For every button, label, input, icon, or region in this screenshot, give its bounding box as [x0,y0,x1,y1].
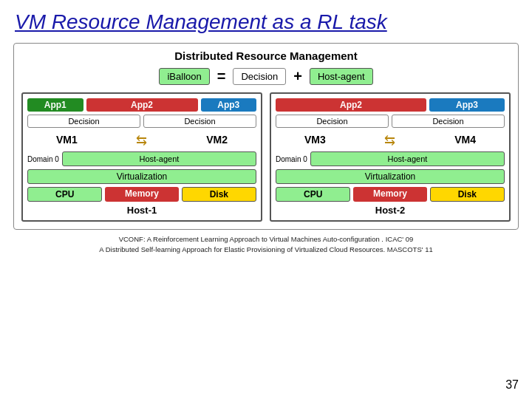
host1-vm1-label: VM1 [56,134,78,146]
footnote-line1: VCONF: A Reinforcement Learning Approach… [0,234,532,245]
host2-resources: CPU Memory Disk [276,187,505,202]
formula-hostagent: Host-agent [310,68,373,85]
host1-apps-row: App1 App2 App3 [27,98,256,112]
host1-memory: Memory [105,187,178,202]
host1-vm1-unit: Decision [27,115,140,129]
host2-vms-row: Decision Decision [276,115,505,129]
formula-decision: Decision [233,68,286,85]
host2-hostagent: Host-agent [310,151,505,166]
host2-vm4-unit: Decision [392,115,505,129]
host1-box: App1 App2 App3 Decision Decision VM1 ⇆ V… [21,92,262,222]
host1-app2: App2 [86,98,198,112]
host2-arrow1: ⇆ [384,132,395,149]
host1-decision1: Decision [27,115,140,128]
footnote: VCONF: A Reinforcement Learning Approach… [0,234,532,256]
host2-decision1: Decision [276,115,389,128]
host1-vm2-label: VM2 [206,134,228,146]
host2-vm3-label: VM3 [304,134,326,146]
main-container: Distributed Resource Management iBalloon… [13,43,519,230]
footnote-line2: A Distributed Self-learning Approach for… [0,245,532,255]
drm-title: Distributed Resource Management [21,50,511,62]
host1-vms-row: Decision Decision [27,115,256,129]
host2-decision2: Decision [392,115,505,128]
host2-app2: App2 [276,98,426,112]
host1-arrow1: ⇆ [136,132,147,149]
host2-cpu: CPU [276,187,350,202]
host1-domain-row: Domain 0 Host-agent [27,151,256,166]
host2-vm3-unit: Decision [276,115,389,129]
page-title: VM Resource Management as a RL task [0,0,532,38]
host2-vm-labels: VM3 ⇆ VM4 [276,132,505,149]
host2-vm4-label: VM4 [454,134,476,146]
host1-cpu: CPU [27,187,102,202]
host2-disk: Disk [430,187,505,202]
host1-domain-label: Domain 0 [27,155,59,163]
host1-decision2: Decision [143,115,256,128]
host2-label: Host-2 [276,205,505,216]
host2-virt: Virtualization [276,169,505,184]
host1-app3: App3 [201,98,257,112]
host2-apps-row: App2 App3 [276,98,505,112]
host1-label: Host-1 [27,205,256,216]
page-number: 37 [505,378,519,392]
host1-app1: App1 [27,98,83,112]
host1-virt: Virtualization [27,169,256,184]
formula-eq: = [217,68,226,85]
host1-vm-labels: VM1 ⇆ VM2 [27,132,256,149]
formula-row: iBalloon = Decision + Host-agent [21,68,511,85]
host1-disk: Disk [182,187,256,202]
host2-box: App2 App3 Decision Decision VM3 ⇆ VM4 [270,92,511,222]
host2-app3: App3 [429,98,505,112]
host2-domain-row: Domain 0 Host-agent [276,151,505,166]
formula-iballoon: iBalloon [159,68,209,85]
host1-vm2-unit: Decision [143,115,256,129]
hosts-row: App1 App2 App3 Decision Decision VM1 ⇆ V… [21,92,511,222]
formula-plus: + [293,68,302,85]
host2-memory: Memory [353,187,426,202]
host2-domain-label: Domain 0 [276,155,307,163]
host1-hostagent: Host-agent [62,151,256,166]
host1-resources: CPU Memory Disk [27,187,256,202]
